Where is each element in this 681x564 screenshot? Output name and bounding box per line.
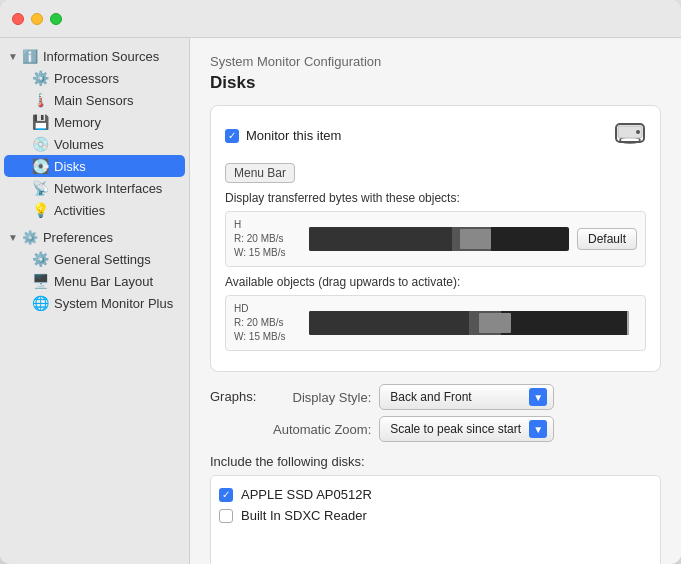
info-r2: R: 20 MB/s [234,316,299,330]
activities-icon: 💡 [32,202,48,218]
info-h: H [234,218,299,232]
apple-ssd-label: APPLE SSD AP0512R [241,487,372,502]
system-monitor-icon: 🌐 [32,295,48,311]
sidebar-item-disks[interactable]: 💽 Disks [4,155,185,177]
sidebar-item-system-monitor-plus[interactable]: 🌐 System Monitor Plus [4,292,185,314]
disks-icon: 💽 [32,158,48,174]
disks-list-box: ✓ APPLE SSD AP0512R Built In SDXC Reader [210,475,661,564]
display-style-label: Display Style: [293,390,372,405]
info-r: R: 20 MB/s [234,232,299,246]
sidebar-item-network-interfaces[interactable]: 📡 Network Interfaces [4,177,185,199]
sdxc-label: Built In SDXC Reader [241,508,367,523]
sidebar: ▼ ℹ️ Information Sources ⚙️ Processors 🌡… [0,38,190,564]
monitor-checkbox[interactable]: ✓ [225,129,239,143]
display-transferred-label: Display transferred bytes with these obj… [225,191,646,205]
sidebar-item-general-settings[interactable]: ⚙️ General Settings [4,248,185,270]
processors-label: Processors [54,71,119,86]
activities-label: Activities [54,203,105,218]
apple-ssd-checkbox[interactable]: ✓ [219,488,233,502]
network-interfaces-label: Network Interfaces [54,181,162,196]
sidebar-section-information-sources[interactable]: ▼ ℹ️ Information Sources [0,46,189,67]
disk-icon [614,118,646,153]
sidebar-item-memory[interactable]: 💾 Memory [4,111,185,133]
list-item-sdxc[interactable]: Built In SDXC Reader [219,505,652,526]
main-content: System Monitor Configuration Disks ✓ Mon… [190,38,681,564]
volumes-label: Volumes [54,137,104,152]
svg-point-3 [636,130,640,134]
memory-icon: 💾 [32,114,48,130]
sidebar-item-processors[interactable]: ⚙️ Processors [4,67,185,89]
monitor-label: Monitor this item [246,128,341,143]
monitor-check: ✓ Monitor this item [225,128,341,143]
menu-bar-icon: 🖥️ [32,273,48,289]
sdxc-checkbox[interactable] [219,509,233,523]
sidebar-item-activities[interactable]: 💡 Activities [4,199,185,221]
sidebar-section-preferences[interactable]: ▼ ⚙️ Preferences [0,227,189,248]
processors-icon: ⚙️ [32,70,48,86]
info-w: W: 15 MB/s [234,246,299,260]
list-item-apple-ssd[interactable]: ✓ APPLE SSD AP0512R [219,484,652,505]
graphs-options: Display Style: Back and Front ▼ Automati… [273,384,554,442]
available-preview-bar [309,311,629,335]
auto-zoom-row: Automatic Zoom: Scale to peak since star… [273,416,554,442]
section-title: Disks [210,73,661,93]
menu-bar-tag: Menu Bar [225,163,295,183]
chevron-down-icon: ▼ [8,51,18,62]
system-monitor-plus-label: System Monitor Plus [54,296,173,311]
traffic-lights [12,13,62,25]
general-settings-label: General Settings [54,252,151,267]
dropdown-chevron-icon: ▼ [529,388,547,406]
preferences-icon: ⚙️ [22,230,38,245]
monitor-row: ✓ Monitor this item [225,118,646,153]
preferences-label: Preferences [43,230,113,245]
info-icon: ℹ️ [22,49,38,64]
config-title: System Monitor Configuration [210,54,661,69]
general-icon: ⚙️ [32,251,48,267]
graphs-section: Graphs: Display Style: Back and Front ▼ … [210,384,661,442]
close-button[interactable] [12,13,24,25]
default-button[interactable]: Default [577,228,637,250]
info-w2: W: 15 MB/s [234,330,299,344]
sensors-icon: 🌡️ [32,92,48,108]
info-hd: HD [234,302,299,316]
main-sensors-label: Main Sensors [54,93,133,108]
sidebar-item-main-sensors[interactable]: 🌡️ Main Sensors [4,89,185,111]
display-transferred-row: H R: 20 MB/s W: 15 MB/s Default [225,211,646,267]
dropdown-chevron-icon-2: ▼ [529,420,547,438]
available-objects-label: Available objects (drag upwards to activ… [225,275,646,289]
display-transferred-info: H R: 20 MB/s W: 15 MB/s [234,218,299,260]
sidebar-item-volumes[interactable]: 💿 Volumes [4,133,185,155]
monitor-panel: ✓ Monitor this item Menu Bar Disp [210,105,661,372]
available-info: HD R: 20 MB/s W: 15 MB/s [234,302,299,344]
memory-label: Memory [54,115,101,130]
graphs-label: Graphs: [210,384,265,404]
sidebar-item-menu-bar-layout[interactable]: 🖥️ Menu Bar Layout [4,270,185,292]
display-style-row: Display Style: Back and Front ▼ [273,384,554,410]
transferred-preview-bar [309,227,569,251]
titlebar [0,0,681,38]
network-icon: 📡 [32,180,48,196]
auto-zoom-dropdown[interactable]: Scale to peak since start ▼ [379,416,554,442]
information-sources-label: Information Sources [43,49,159,64]
menu-bar-layout-label: Menu Bar Layout [54,274,153,289]
chevron-down-icon-2: ▼ [8,232,18,243]
display-style-value: Back and Front [390,390,471,404]
volumes-icon: 💿 [32,136,48,152]
display-style-dropdown[interactable]: Back and Front ▼ [379,384,554,410]
available-objects-row: HD R: 20 MB/s W: 15 MB/s [225,295,646,351]
include-disks-label: Include the following disks: [210,454,661,469]
disks-label: Disks [54,159,86,174]
auto-zoom-label: Automatic Zoom: [273,422,371,437]
maximize-button[interactable] [50,13,62,25]
auto-zoom-value: Scale to peak since start [390,422,521,436]
main-window: ▼ ℹ️ Information Sources ⚙️ Processors 🌡… [0,0,681,564]
minimize-button[interactable] [31,13,43,25]
content-area: ▼ ℹ️ Information Sources ⚙️ Processors 🌡… [0,38,681,564]
